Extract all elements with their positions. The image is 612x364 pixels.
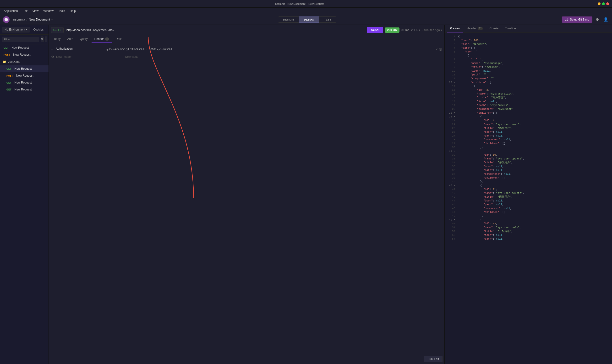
code-line: 45 "path": null, [445, 203, 612, 207]
code-line: 33 "name": "sys:user:update", [445, 157, 612, 161]
code-line: 32 "id": 10, [445, 153, 612, 157]
sidebar-item-get-sub1[interactable]: GET New Request [0, 79, 49, 86]
tab-body[interactable]: Body [51, 35, 63, 43]
resp-tab-header[interactable]: Header 12 [464, 25, 486, 32]
menu-bar: Application Edit View Window Tools Help [0, 8, 612, 14]
environment-selector[interactable]: No Environment ▾ [2, 27, 30, 32]
code-line: 4 "data": { [445, 46, 612, 50]
code-line: 52 "title": "分配角色", [445, 229, 612, 233]
code-line: 21 ▾ "children": [ [445, 111, 612, 115]
status-badge: 200 OK [385, 27, 400, 33]
tab-debug[interactable]: DEBUG [299, 16, 319, 23]
method-select[interactable]: GET ▾ [51, 27, 64, 33]
code-line: 29 "children": [] [445, 142, 612, 145]
header-delete-button[interactable]: 🗑 [439, 48, 442, 51]
breadcrumb-document[interactable]: New Document [29, 18, 50, 21]
request-tab-bar: Body Auth Query Header 1 Docs [49, 35, 445, 43]
account-icon: 👤 [603, 17, 608, 22]
filter-input[interactable] [2, 37, 39, 42]
code-line: 49 ▾ { [445, 218, 612, 222]
sidebar-folder-vuedemo[interactable]: 📁 VueDemo [0, 58, 49, 65]
code-line: 39 }, [445, 180, 612, 183]
response-tab-bar: Preview Header 12 Cookie Timeline [445, 25, 612, 33]
title-bar: Insomnia - New Document – New Request [0, 0, 612, 8]
tab-test[interactable]: TEST [319, 16, 336, 23]
sort-button[interactable]: ⇅ [41, 37, 43, 42]
response-size: 2.1 KB [411, 28, 420, 32]
menu-edit[interactable]: Edit [21, 9, 30, 13]
breadcrumb: Insomnia / New Document ▾ [13, 18, 53, 21]
header-value-auth[interactable]: eyJ0eXAiOiJKV1QiLCJhbGciOiJIUzUxMiJ9.eyJ… [106, 48, 433, 51]
bulk-edit-button[interactable]: Bulk Edit [424, 356, 443, 362]
sidebar-item-1[interactable]: GET New Request [0, 44, 49, 51]
setup-git-button[interactable]: ⎇ Setup Git Sync [562, 16, 592, 23]
header-check-button[interactable]: ✓ [435, 48, 438, 51]
code-line: 9 "title": "系统管理", [445, 65, 612, 69]
active-item-name: New Request [14, 67, 32, 70]
sidebar-item-get-sub2[interactable]: GET New Request [0, 86, 49, 93]
method-label: GET [53, 28, 59, 32]
new-header-key-placeholder[interactable]: New header [56, 55, 123, 58]
resp-tab-preview[interactable]: Preview [447, 25, 463, 32]
tab-design[interactable]: DESIGN [278, 16, 299, 23]
resp-tab-timeline[interactable]: Timeline [502, 25, 519, 32]
close-button[interactable] [606, 2, 609, 5]
resp-header-badge: 12 [478, 27, 483, 30]
folder-icon: 📁 [2, 60, 6, 64]
resp-tab-cookie[interactable]: Cookie [487, 25, 501, 32]
add-request-button[interactable]: + [45, 37, 47, 42]
menu-view[interactable]: View [30, 9, 41, 13]
method-chevron: ▾ [60, 29, 61, 31]
tab-auth[interactable]: Auth [64, 35, 76, 43]
account-button[interactable]: 👤 [602, 16, 609, 23]
code-line: 42 "name": "sys:user:delete", [445, 191, 612, 195]
sidebar-item-2[interactable]: POST New Request [0, 51, 49, 58]
code-line: 23 "id": 9, [445, 119, 612, 122]
code-line: 2 "code": 200, [445, 39, 612, 42]
sidebar-item-post-sub[interactable]: POST New Request [0, 72, 49, 79]
code-line: 27 "path": null, [445, 134, 612, 138]
code-line: 19 "path": "/sys/users", [445, 103, 612, 107]
tab-query[interactable]: Query [77, 35, 91, 43]
logo-inner [4, 18, 8, 21]
code-line: 17 "title": "用户管理", [445, 96, 612, 100]
send-button[interactable]: Send [367, 27, 383, 33]
code-line: 36 "path": null, [445, 168, 612, 172]
new-header-value-placeholder[interactable]: New value [125, 55, 442, 58]
settings-button[interactable]: ⚙ [595, 16, 600, 23]
breadcrumb-sep: / [27, 18, 28, 21]
url-input[interactable] [66, 27, 365, 33]
code-line: 7 "id": 1, [445, 58, 612, 61]
menu-tools[interactable]: Tools [56, 9, 67, 13]
code-line: 22 ▾ { [445, 115, 612, 119]
header-badge: 1 [105, 38, 109, 40]
code-line: 25 "title": "添加用户", [445, 126, 612, 130]
menu-application[interactable]: Application [2, 9, 20, 13]
tab-header[interactable]: Header 1 [92, 35, 112, 43]
tab-docs[interactable]: Docs [113, 35, 125, 43]
env-chevron: ▾ [26, 28, 27, 31]
sidebar-item-get-active[interactable]: GET New Request [0, 65, 49, 72]
code-line: 44 "icon": null, [445, 199, 612, 203]
header-key-auth[interactable]: Authorization [56, 47, 73, 50]
maximize-button[interactable] [602, 2, 605, 5]
minimize-button[interactable] [598, 2, 600, 5]
code-line: 28 "component": null, [445, 138, 612, 142]
method-badge-post: POST [2, 53, 11, 56]
menu-window[interactable]: Window [41, 9, 56, 13]
code-line: 34 "title": "修改用户", [445, 161, 612, 164]
gear-icon: ⚙ [51, 55, 54, 59]
code-line: 35 "icon": null, [445, 164, 612, 168]
code-line: 37 "component": null, [445, 172, 612, 176]
code-line: 12 "component": "", [445, 77, 612, 80]
code-line: 46 "component": null, [445, 207, 612, 210]
code-line: 20 "component": "sys/User", [445, 107, 612, 111]
code-line: 48 }, [445, 214, 612, 218]
breadcrumb-arrow[interactable]: ▾ [51, 18, 53, 21]
new-header-row: ⚙ New header New value [51, 53, 442, 61]
cookies-button[interactable]: Cookies [31, 27, 45, 32]
method-badge-get-active: GET [5, 67, 13, 70]
menu-help[interactable]: Help [68, 9, 78, 13]
method-badge-get: GET [2, 46, 10, 49]
sidebar: No Environment ▾ Cookies ⇅ + GET New Req… [0, 25, 49, 364]
